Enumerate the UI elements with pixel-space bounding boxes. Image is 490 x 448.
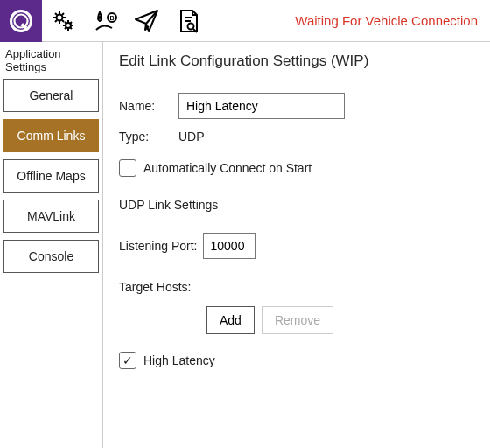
type-value: UDP: [178, 130, 205, 144]
sidebar-title: Application Settings: [4, 46, 99, 79]
svg-point-6: [99, 17, 101, 18]
sidebar-item-mavlink[interactable]: MAVLink: [4, 200, 99, 233]
main-panel: Edit Link Configuration Settings (WIP) N…: [103, 42, 490, 448]
connection-status: Waiting For Vehicle Connection: [295, 0, 478, 41]
send-icon[interactable]: [126, 0, 168, 42]
target-hosts-label: Target Hosts:: [119, 280, 474, 294]
high-latency-label: High Latency: [144, 354, 215, 368]
sidebar-item-offline-maps[interactable]: Offline Maps: [4, 159, 99, 192]
remove-button: Remove: [262, 306, 333, 334]
sidebar-item-comm-links[interactable]: Comm Links: [4, 119, 99, 152]
svg-point-5: [66, 23, 71, 28]
high-latency-checkbox[interactable]: ✓: [119, 352, 136, 369]
type-label: Type:: [119, 130, 168, 144]
settings-icon[interactable]: [42, 0, 84, 42]
waypoint-icon[interactable]: B: [84, 0, 126, 42]
sidebar-item-console[interactable]: Console: [4, 240, 99, 273]
name-input[interactable]: [178, 93, 345, 119]
sidebar-item-general[interactable]: General: [4, 79, 99, 112]
qgc-logo-icon: [7, 7, 35, 35]
svg-text:B: B: [109, 15, 114, 21]
auto-connect-checkbox[interactable]: [119, 159, 136, 177]
listening-port-label: Listening Port:: [119, 239, 198, 253]
listening-port-input[interactable]: [203, 233, 256, 259]
sidebar: Application Settings General Comm Links …: [0, 42, 103, 448]
page-title: Edit Link Configuration Settings (WIP): [119, 52, 474, 70]
toolbar: B Waiting For Vehicle Connection: [0, 0, 490, 42]
app-logo[interactable]: [0, 0, 42, 42]
udp-section-title: UDP Link Settings: [119, 198, 474, 212]
auto-connect-label: Automatically Connect on Start: [144, 161, 312, 175]
add-button[interactable]: Add: [206, 306, 255, 334]
svg-point-9: [188, 24, 194, 30]
analyze-icon[interactable]: [168, 0, 210, 42]
name-label: Name:: [119, 99, 168, 113]
svg-point-4: [57, 15, 63, 21]
